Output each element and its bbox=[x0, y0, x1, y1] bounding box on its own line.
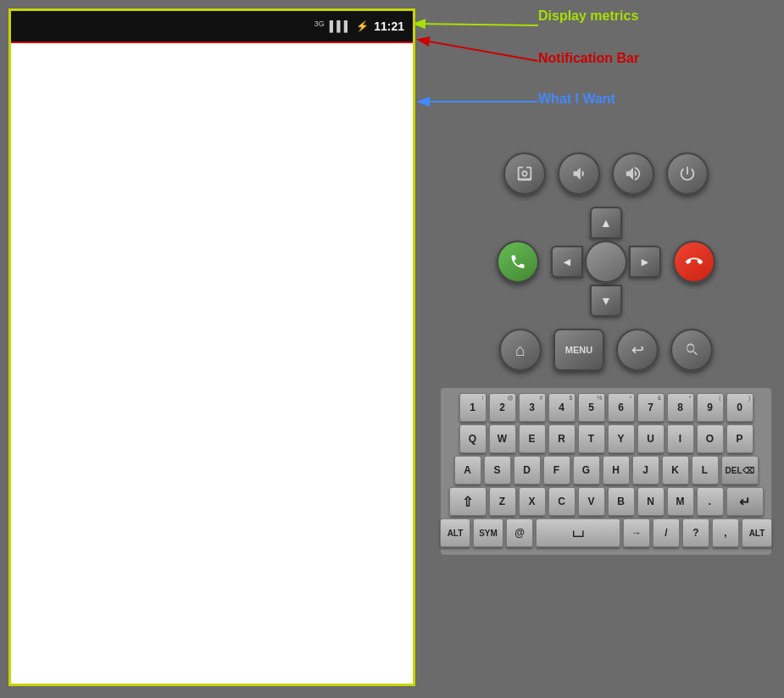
key-q[interactable]: Q bbox=[459, 424, 487, 453]
key-l[interactable]: L bbox=[692, 456, 719, 485]
battery-icon: ⚡ bbox=[356, 20, 369, 32]
key-9[interactable]: 9( bbox=[697, 393, 724, 422]
key-at[interactable]: @ bbox=[506, 518, 533, 547]
key-r[interactable]: R bbox=[548, 424, 575, 453]
key-comma[interactable]: , bbox=[712, 518, 739, 547]
key-2[interactable]: 2@ bbox=[489, 393, 516, 422]
keyboard-row-asdf: A S D F G H J K L DEL⌫ bbox=[446, 456, 766, 485]
key-sym[interactable]: SYM bbox=[473, 518, 503, 547]
keyboard-row-numbers: 1! 2@ 3# 4$ 5% 6^ 7& 8* 9( 0) bbox=[446, 393, 766, 422]
key-z[interactable]: Z bbox=[489, 487, 516, 516]
keyboard-row-bottom: ALT SYM @ ⌴ → / ? , ALT bbox=[446, 518, 766, 547]
key-0[interactable]: 0) bbox=[726, 393, 753, 422]
back-button[interactable]: ↩ bbox=[616, 329, 659, 371]
key-p[interactable]: P bbox=[726, 424, 753, 453]
key-alt-right[interactable]: ALT bbox=[742, 518, 772, 547]
phone-screen bbox=[11, 43, 413, 684]
dpad-right-button[interactable]: ► bbox=[629, 246, 661, 278]
search-button[interactable] bbox=[670, 329, 713, 371]
key-g[interactable]: G bbox=[573, 456, 600, 485]
notification-bar-label: Notification Bar bbox=[538, 51, 639, 66]
svg-line-1 bbox=[420, 40, 538, 61]
key-enter[interactable]: ↵ bbox=[726, 487, 764, 516]
key-del[interactable]: DEL⌫ bbox=[721, 456, 759, 485]
controls-panel: ▲ ◄ ► ▼ ⌂ MENU ↩ 1! 2@ 3# 4$ 5% 6^ 7& 8* bbox=[441, 152, 771, 555]
key-slash[interactable]: / bbox=[653, 518, 680, 547]
key-x[interactable]: X bbox=[519, 487, 546, 516]
key-5[interactable]: 5% bbox=[578, 393, 605, 422]
key-h[interactable]: H bbox=[603, 456, 630, 485]
key-question[interactable]: ? bbox=[682, 518, 709, 547]
key-period[interactable]: . bbox=[697, 487, 724, 516]
key-4[interactable]: 4$ bbox=[548, 393, 575, 422]
notification-bar: 3G ▌▌▌ ⚡ 11:21 bbox=[11, 11, 413, 43]
key-f[interactable]: F bbox=[543, 456, 570, 485]
key-alt-left[interactable]: ALT bbox=[440, 518, 470, 547]
dpad-down-button[interactable]: ▼ bbox=[590, 285, 622, 317]
key-6[interactable]: 6^ bbox=[608, 393, 635, 422]
camera-button[interactable] bbox=[503, 152, 546, 195]
key-v[interactable]: V bbox=[578, 487, 605, 516]
key-e[interactable]: E bbox=[519, 424, 546, 453]
key-k[interactable]: K bbox=[662, 456, 689, 485]
key-1[interactable]: 1! bbox=[459, 393, 487, 422]
key-t[interactable]: T bbox=[578, 424, 605, 453]
key-a[interactable]: A bbox=[454, 456, 481, 485]
keyboard: 1! 2@ 3# 4$ 5% 6^ 7& 8* 9( 0) Q W E R T … bbox=[441, 388, 771, 555]
display-metrics-label: Display metrics bbox=[538, 8, 638, 24]
key-space[interactable]: ⌴ bbox=[536, 518, 620, 547]
key-o[interactable]: O bbox=[697, 424, 724, 453]
key-u[interactable]: U bbox=[637, 424, 664, 453]
menu-button[interactable]: MENU bbox=[553, 329, 604, 371]
key-j[interactable]: J bbox=[632, 456, 659, 485]
status-time: 11:21 bbox=[374, 19, 404, 33]
key-arrow-right[interactable]: → bbox=[623, 518, 650, 547]
home-button[interactable]: ⌂ bbox=[499, 329, 542, 371]
call-accept-button[interactable] bbox=[497, 241, 539, 283]
media-buttons-row bbox=[441, 152, 771, 195]
keyboard-row-zxcv: ⇧ Z X C V B N M . ↵ bbox=[446, 487, 766, 516]
key-y[interactable]: Y bbox=[608, 424, 635, 453]
key-7[interactable]: 7& bbox=[637, 393, 664, 422]
key-n[interactable]: N bbox=[637, 487, 664, 516]
key-w[interactable]: W bbox=[489, 424, 516, 453]
what-i-want-label: What I Want bbox=[538, 91, 615, 107]
keyboard-row-qwerty: Q W E R T Y U I O P bbox=[446, 424, 766, 453]
key-b[interactable]: B bbox=[608, 487, 635, 516]
dpad-row: ▲ ◄ ► ▼ bbox=[441, 207, 771, 317]
key-3[interactable]: 3# bbox=[519, 393, 546, 422]
key-d[interactable]: D bbox=[514, 456, 541, 485]
volume-up-button[interactable] bbox=[612, 152, 654, 195]
key-m[interactable]: M bbox=[667, 487, 694, 516]
dpad: ▲ ◄ ► ▼ bbox=[551, 207, 661, 317]
key-s[interactable]: S bbox=[484, 456, 511, 485]
key-c[interactable]: C bbox=[548, 487, 575, 516]
power-button[interactable] bbox=[666, 152, 709, 195]
dpad-left-button[interactable]: ◄ bbox=[551, 246, 583, 278]
3g-icon: 3G bbox=[314, 19, 325, 33]
svg-line-0 bbox=[415, 24, 538, 25]
volume-down-button[interactable] bbox=[558, 152, 600, 195]
phone-emulator: 3G ▌▌▌ ⚡ 11:21 bbox=[8, 8, 415, 686]
call-decline-button[interactable] bbox=[673, 241, 715, 283]
signal-bars-icon: ▌▌▌ bbox=[330, 20, 352, 32]
dpad-up-button[interactable]: ▲ bbox=[590, 207, 622, 239]
dpad-center-button[interactable] bbox=[585, 241, 627, 283]
key-i[interactable]: I bbox=[667, 424, 694, 453]
key-shift[interactable]: ⇧ bbox=[449, 487, 487, 516]
key-8[interactable]: 8* bbox=[667, 393, 694, 422]
nav-buttons-row: ⌂ MENU ↩ bbox=[441, 329, 771, 371]
